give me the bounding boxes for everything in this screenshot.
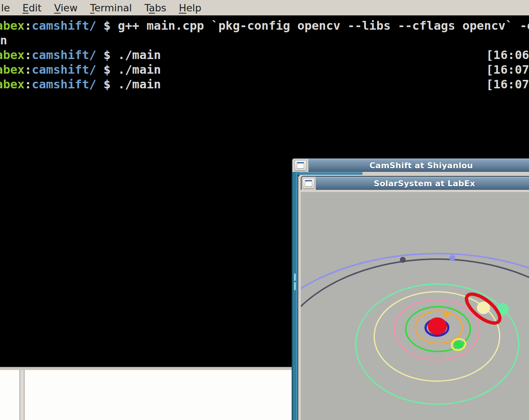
camshift-titlebar[interactable]: CamShift at Shiyanlou (292, 158, 529, 172)
terminal-line: n (0, 33, 7, 48)
window-menu-button[interactable] (295, 160, 306, 171)
sun (428, 317, 447, 335)
scroll-grip[interactable] (294, 273, 296, 290)
menu-item-help[interactable]: Help (179, 2, 201, 14)
solar-system-canvas[interactable] (301, 192, 529, 420)
terminal-line: labex:camshift/ $ ./main (0, 62, 161, 77)
menu-item-file[interactable]: le (1, 2, 10, 14)
pane-splitter[interactable] (19, 370, 25, 420)
window-solarsystem: SolarSystem at LabEx (298, 175, 529, 420)
timestamp: [16:07: (486, 62, 529, 77)
terminal-line: labex:camshift/ $ ./main (0, 48, 161, 62)
solar-titlebar[interactable]: SolarSystem at LabEx (301, 176, 529, 190)
terminal-menubar: leEditViewTerminalTabsHelp (0, 0, 529, 16)
saturn-planet (477, 302, 490, 314)
timestamp: [16:07: (486, 77, 529, 92)
camshift-left-edge (292, 172, 298, 420)
periwinkle-planet (449, 255, 455, 261)
timestamp: [16:06: (486, 48, 529, 62)
window-icon (297, 162, 304, 169)
terminal-line: labex:camshift/ $ g++ main.cpp `pkg-conf… (0, 18, 529, 33)
green-planet (454, 340, 463, 349)
desktop-screen: leEditViewTerminalTabsHelp labex:camshif… (0, 0, 529, 420)
darkslate-planet (400, 257, 406, 263)
window-icon (305, 180, 312, 187)
orbit-periwinkle (301, 254, 529, 420)
camshift-button-zone (292, 159, 309, 172)
camshift-titlebar-gradient: CamShift at Shiyanlou (309, 159, 529, 172)
orbit-springgreen (356, 284, 519, 404)
menu-item-view[interactable]: View (54, 2, 77, 14)
menu-item-edit[interactable]: Edit (22, 2, 41, 14)
camshift-window-title: CamShift at Shiyanlou (369, 161, 473, 170)
solar-window-title: SolarSystem at LabEx (374, 179, 475, 188)
orbit-darkslate (301, 259, 529, 420)
solar-button-zone (302, 177, 316, 190)
window-menu-button[interactable] (303, 178, 314, 189)
solar-titlebar-gradient: SolarSystem at LabEx (316, 177, 529, 190)
menu-item-terminal[interactable]: Terminal (90, 2, 132, 14)
terminal-line: labex:camshift/ $ ./main (0, 77, 161, 92)
menu-item-tabs[interactable]: Tabs (145, 2, 167, 14)
orange-planet (443, 311, 450, 317)
